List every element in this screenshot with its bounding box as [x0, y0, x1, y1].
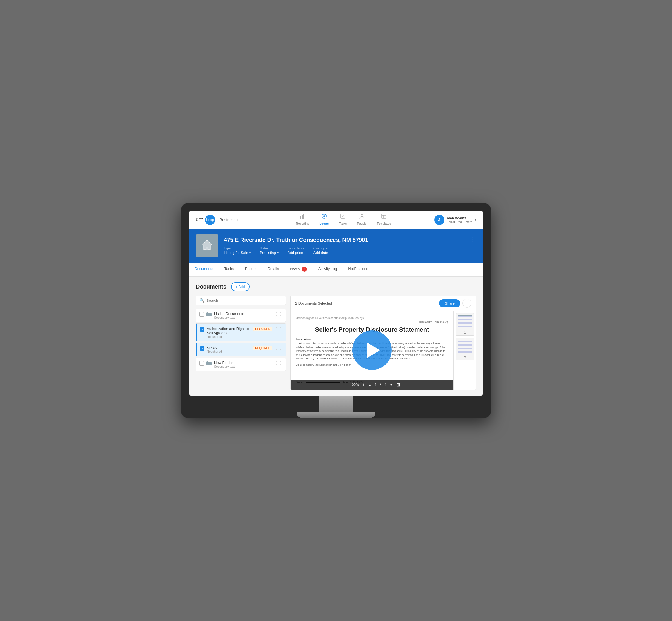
content-area: 🔍 Listing Documents Secon [196, 296, 476, 390]
tab-notifications[interactable]: Notifications [343, 263, 374, 277]
page-up-icon[interactable]: ▲ [368, 383, 371, 387]
zoom-in-button[interactable]: + [362, 382, 365, 387]
status-chevron-icon: ▾ [277, 251, 279, 254]
notes-badge: 2 [302, 266, 307, 272]
property-image [196, 235, 218, 257]
doc-checkbox-new-folder[interactable] [199, 361, 204, 366]
avatar: A [434, 215, 444, 225]
doc-preview-main: dotloop signature verification: https://… [291, 311, 453, 389]
chevron-down-icon: ▾ [475, 218, 476, 222]
meta-status-label: Status [260, 247, 279, 250]
logo-area: dot loop | Business + [196, 215, 239, 225]
thumbnail-2[interactable]: 2 [456, 338, 474, 360]
meta-closing-value[interactable]: Add date [313, 251, 328, 255]
doc-item-info-spds: SPDS Not shared [207, 346, 251, 353]
doc-item-name-auth: Authorization and Right to Sell Agreemen… [207, 327, 251, 335]
documents-title: Documents [196, 284, 227, 290]
tab-documents[interactable]: Documents [189, 263, 219, 277]
drag-handle-new-folder: ⋮⋮ [274, 361, 282, 365]
user-company: Farrell Real Estate [447, 220, 472, 223]
logo-loop-circle: loop [205, 215, 215, 225]
list-item[interactable]: New Folder Secondary text ⋮⋮ [196, 358, 286, 371]
logo-plan: | Business + [218, 218, 239, 222]
user-name: Alan Adams [447, 216, 472, 220]
drag-handle-auth: ⋮⋮ [274, 327, 282, 331]
list-item[interactable]: ✓ SPDS Not shared REQUIRED ⋮⋮ [196, 342, 286, 357]
doc-item-sub-spds: Not shared [207, 350, 251, 353]
zoom-out-button[interactable]: − [344, 382, 347, 387]
doc-verification-text: dotloop signature verification: https://… [296, 317, 448, 320]
search-icon: 🔍 [199, 298, 204, 303]
zoom-level: 100% [350, 383, 359, 387]
doc-item-info-listing: Listing Documents Secondary text [214, 312, 272, 319]
meta-status-value[interactable]: Pre-listing ▾ [260, 251, 279, 255]
folder-icon [206, 361, 212, 367]
doc-item-sub-auth: Not shared [207, 335, 251, 338]
user-info: Alan Adams Farrell Real Estate [447, 216, 472, 223]
thumbnail-number-2: 2 [464, 356, 466, 359]
nav-item-loops[interactable]: Loops [319, 213, 329, 226]
page-separator: / [380, 383, 381, 387]
nav-item-reporting[interactable]: Reporting [296, 213, 310, 226]
tab-bar: Documents Tasks People Details Notes 2 A… [189, 263, 483, 277]
drag-handle-spds: ⋮⋮ [274, 346, 282, 350]
meta-type-value[interactable]: Listing for Sale ▾ [224, 251, 251, 255]
page-total: 4 [385, 383, 386, 387]
share-button[interactable]: Share [439, 299, 460, 307]
tab-people[interactable]: People [239, 263, 262, 277]
thumbnail-1[interactable]: 1 [456, 313, 474, 336]
play-button[interactable] [352, 330, 392, 370]
nav-people-label: People [357, 222, 366, 225]
meta-type: Type Listing for Sale ▾ [224, 247, 251, 255]
property-more-button[interactable]: ⋮ [468, 235, 477, 244]
nav-item-tasks[interactable]: Tasks [339, 213, 347, 226]
nav-item-templates[interactable]: Templates [377, 213, 391, 226]
add-button[interactable]: + Add [231, 282, 249, 291]
form-title: Disclosure Form (Sale) [296, 321, 448, 324]
required-badge-spds: REQUIRED [253, 346, 272, 350]
doc-checkbox-spds[interactable]: ✓ [200, 346, 204, 351]
tab-details[interactable]: Details [262, 263, 284, 277]
meta-closing: Closing on Add date [313, 247, 328, 255]
nav-reporting-label: Reporting [296, 222, 310, 225]
svg-point-6 [361, 214, 363, 216]
search-box: 🔍 [196, 296, 286, 305]
user-area[interactable]: A Alan Adams Farrell Real Estate ▾ [434, 215, 476, 225]
doc-item-sub-listing: Secondary text [214, 316, 272, 319]
drag-handle-listing: ⋮⋮ [274, 312, 282, 316]
nav-item-people[interactable]: People [357, 213, 366, 226]
tab-notes[interactable]: Notes 2 [284, 263, 313, 277]
nav-items: Reporting Loops [252, 213, 434, 226]
layout-button[interactable]: ⊞ [396, 382, 400, 387]
tab-tasks[interactable]: Tasks [219, 263, 239, 277]
nav-loops-label: Loops [319, 222, 329, 225]
left-panel: 🔍 Listing Documents Secon [196, 296, 286, 390]
preview-more-button[interactable]: ⋮ [463, 299, 471, 308]
doc-checkbox-auth[interactable]: ✓ [200, 327, 204, 332]
reporting-icon [300, 213, 306, 221]
doc-item-name-new-folder: New Folder [214, 361, 272, 365]
tab-activity-log[interactable]: Activity Log [313, 263, 343, 277]
doc-item-info-new-folder: New Folder Secondary text [214, 361, 272, 368]
thumbnail-number-1: 1 [464, 331, 466, 334]
svg-rect-5 [341, 214, 345, 218]
doc-item-sub-new-folder: Secondary text [214, 365, 272, 368]
property-info: 475 E Riverside Dr. Truth or Consequence… [224, 237, 476, 255]
list-item[interactable]: ✓ Authorization and Right to Sell Agreem… [196, 324, 286, 341]
search-input[interactable] [206, 298, 282, 303]
svg-point-4 [323, 215, 325, 217]
meta-price-value[interactable]: Add price [287, 251, 305, 255]
property-header: 475 E Riverside Dr. Truth or Consequence… [189, 229, 483, 263]
doc-checkbox-listing[interactable] [199, 312, 204, 317]
doc-item-name-spds: SPDS [207, 346, 251, 350]
top-nav: dot loop | Business + Repor [189, 211, 483, 229]
meta-closing-label: Closing on [313, 247, 328, 250]
page-down-icon[interactable]: ▼ [390, 383, 393, 387]
doc-item-info-auth: Authorization and Right to Sell Agreemen… [207, 327, 251, 338]
house-icon [200, 238, 214, 254]
monitor-stand-base [297, 412, 375, 418]
list-item[interactable]: Listing Documents Secondary text ⋮⋮ [196, 308, 286, 322]
type-chevron-icon: ▾ [249, 251, 251, 254]
monitor-screen: dot loop | Business + Repor [189, 211, 483, 396]
required-badge-auth: REQUIRED [253, 327, 272, 331]
